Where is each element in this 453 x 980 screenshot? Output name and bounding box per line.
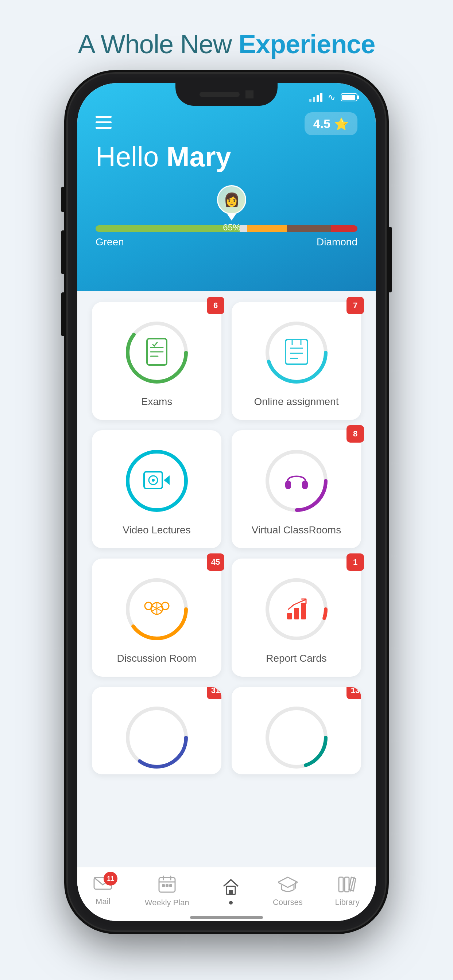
card-video-lectures[interactable]: Video Lectures xyxy=(92,430,222,548)
hamburger-menu[interactable] xyxy=(96,116,112,129)
svg-rect-53 xyxy=(345,877,349,892)
badge-report-cards: 1 xyxy=(346,554,364,571)
circle-svg-item8 xyxy=(262,703,331,772)
phone-outer: ∿ 4.5 ⭐ xyxy=(68,74,385,931)
svg-rect-8 xyxy=(286,339,308,364)
label-online-assignment: Online assignment xyxy=(254,396,339,407)
svg-rect-33 xyxy=(287,613,292,619)
progress-orange xyxy=(247,225,287,232)
camera xyxy=(246,91,254,99)
exam-icon xyxy=(144,337,170,368)
progress-avatar: 👩 65% xyxy=(217,185,246,232)
card-item8[interactable]: 13 xyxy=(231,687,361,775)
svg-rect-35 xyxy=(301,603,306,619)
avatar: 👩 xyxy=(217,185,246,215)
notch xyxy=(175,83,278,106)
signal-icon xyxy=(309,93,322,102)
circle-exams xyxy=(122,318,191,387)
label-report-cards: Report Cards xyxy=(266,652,327,664)
circle-item8 xyxy=(262,703,331,772)
circle-video-lectures xyxy=(122,446,191,515)
headline-part2: Experience xyxy=(239,30,375,59)
badge-item8: 13 xyxy=(346,687,361,699)
badge-item7: 31 xyxy=(207,687,222,699)
svg-rect-45 xyxy=(162,884,165,887)
circle-report-cards xyxy=(262,574,331,644)
courses-label: Courses xyxy=(273,897,303,907)
badge-virtual-classrooms: 8 xyxy=(346,425,364,442)
discussion-icon xyxy=(143,596,171,623)
phone-frame: ∿ 4.5 ⭐ xyxy=(68,74,385,931)
greeting-prefix: Hello xyxy=(96,141,166,172)
svg-rect-47 xyxy=(169,884,172,887)
progress-labels: Green Diamond xyxy=(96,236,357,248)
card-exams[interactable]: 6 xyxy=(92,302,222,420)
report-icon xyxy=(283,595,309,623)
svg-rect-46 xyxy=(166,884,169,887)
badge-exams: 6 xyxy=(207,297,224,314)
app-header: 4.5 ⭐ Hello Mary 👩 65% xyxy=(77,83,376,298)
headline-part1: A Whole New xyxy=(78,30,239,59)
weekly-plan-label: Weekly Plan xyxy=(145,898,189,907)
phone-screen: ∿ 4.5 ⭐ xyxy=(77,83,376,921)
assignment-icon xyxy=(283,337,309,368)
progress-label-left: Green xyxy=(96,236,124,248)
circle-online-assignment xyxy=(262,318,331,387)
svg-rect-22 xyxy=(302,480,308,489)
home-dot xyxy=(229,901,233,905)
library-icon xyxy=(337,875,357,895)
greeting-name: Mary xyxy=(166,141,231,172)
svg-point-18 xyxy=(152,479,155,482)
card-report-cards[interactable]: 1 xyxy=(231,558,361,677)
nav-item-mail[interactable]: 11 Mail xyxy=(93,875,112,906)
hamburger-line-3 xyxy=(96,127,112,129)
battery-icon xyxy=(341,93,357,101)
library-label: Library xyxy=(335,897,359,907)
main-content: 6 xyxy=(77,291,376,921)
progress-percent: 65% xyxy=(223,223,240,232)
hamburger-line-1 xyxy=(96,116,112,118)
bottom-nav: 11 Mail xyxy=(77,867,376,921)
wifi-icon: ∿ xyxy=(327,92,335,103)
page-header: A Whole New Experience xyxy=(0,0,453,74)
card-online-assignment[interactable]: 7 xyxy=(231,302,361,420)
progress-brown xyxy=(287,225,331,232)
card-virtual-classrooms[interactable]: 8 xyxy=(231,430,361,548)
circle-svg-item7 xyxy=(122,703,191,772)
circle-item7 xyxy=(122,703,191,772)
svg-marker-16 xyxy=(164,476,170,485)
home-indicator xyxy=(190,916,263,919)
progress-label-right: Diamond xyxy=(317,236,357,248)
cards-grid: 6 xyxy=(92,302,361,775)
label-exams: Exams xyxy=(141,396,172,407)
svg-marker-50 xyxy=(278,877,298,888)
nav-item-home[interactable] xyxy=(222,878,240,905)
card-discussion-room[interactable]: 45 xyxy=(92,558,222,677)
progress-section: 👩 65% Green Diamo xyxy=(96,215,357,248)
greeting: Hello Mary xyxy=(96,141,231,172)
badge-online-assignment: 7 xyxy=(346,297,364,314)
headphone-icon xyxy=(283,467,310,495)
speaker xyxy=(199,92,239,97)
svg-rect-49 xyxy=(229,890,233,894)
hamburger-line-2 xyxy=(96,121,112,123)
svg-rect-21 xyxy=(285,480,291,489)
calendar-icon xyxy=(158,875,177,895)
circle-discussion-room xyxy=(122,574,191,644)
nav-item-library[interactable]: Library xyxy=(335,875,359,907)
graduation-icon xyxy=(278,875,298,895)
nav-item-weekly-plan[interactable]: Weekly Plan xyxy=(145,875,189,907)
svg-rect-52 xyxy=(339,877,343,892)
card-item7[interactable]: 31 xyxy=(92,687,222,775)
mail-badge: 11 xyxy=(104,872,118,886)
mail-label: Mail xyxy=(96,897,110,906)
progress-red xyxy=(331,225,357,232)
circle-virtual-classrooms xyxy=(262,446,331,515)
nav-item-courses[interactable]: Courses xyxy=(273,875,303,907)
label-video-lectures: Video Lectures xyxy=(123,524,190,536)
label-discussion-room: Discussion Room xyxy=(117,652,196,664)
badge-discussion-room: 45 xyxy=(207,554,224,571)
video-icon xyxy=(143,468,171,495)
label-virtual-classrooms: Virtual ClassRooms xyxy=(252,524,341,536)
home-icon xyxy=(222,878,240,898)
